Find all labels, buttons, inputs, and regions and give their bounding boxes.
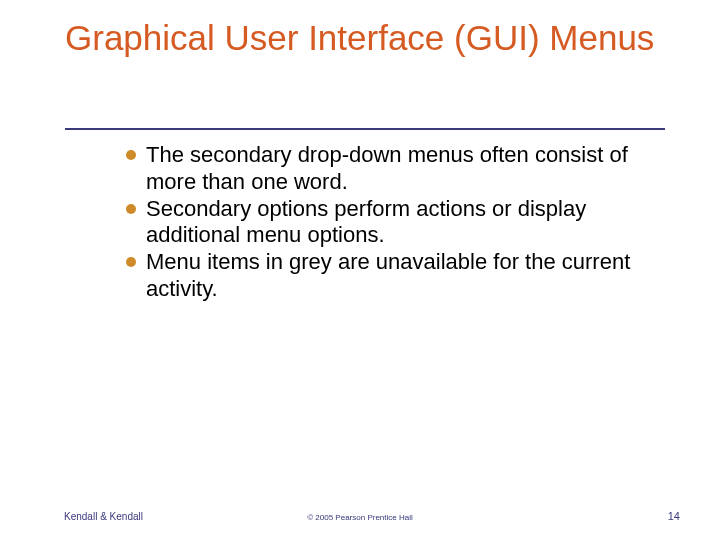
footer-copyright: © 2005 Pearson Prentice Hall xyxy=(0,513,720,522)
title-divider xyxy=(65,128,665,130)
bullet-item: Secondary options perform actions or dis… xyxy=(126,196,666,250)
footer-page-number: 14 xyxy=(668,510,680,522)
slide-title: Graphical User Interface (GUI) Menus xyxy=(65,18,665,57)
bullet-item: Menu items in grey are unavailable for t… xyxy=(126,249,666,303)
slide: Graphical User Interface (GUI) Menus The… xyxy=(0,0,720,540)
bullet-item: The secondary drop-down menus often cons… xyxy=(126,142,666,196)
bullet-list: The secondary drop-down menus often cons… xyxy=(126,142,666,303)
